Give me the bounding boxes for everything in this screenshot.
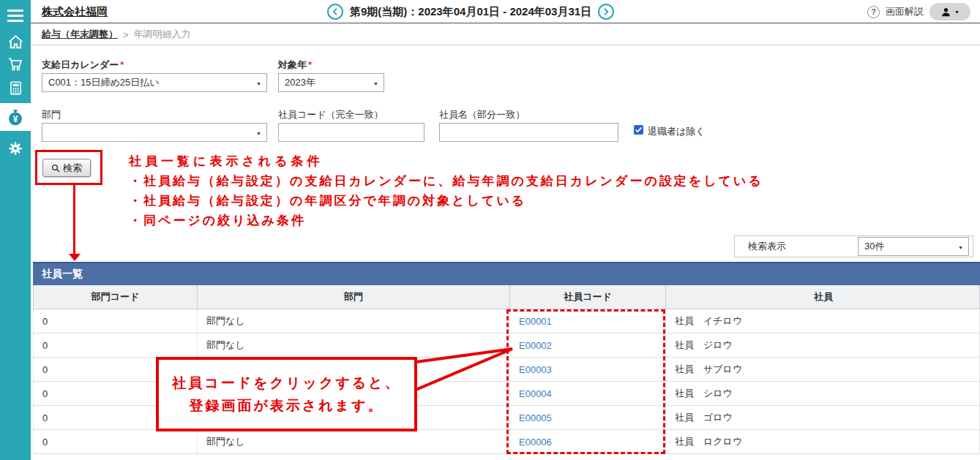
menu-icon[interactable] bbox=[0, 4, 31, 26]
dept-cell: 部門なし bbox=[197, 333, 509, 357]
user-icon bbox=[940, 7, 951, 18]
employee-code-link[interactable]: E00001 bbox=[519, 316, 552, 327]
department-label: 部門 bbox=[42, 108, 61, 121]
employee-table-title: 社員一覧 bbox=[33, 262, 980, 285]
department-select[interactable]: ▼ bbox=[42, 123, 267, 142]
dept-code-cell: 0 bbox=[34, 430, 197, 453]
search-icon bbox=[51, 164, 60, 173]
dept-cell: 部門なし bbox=[197, 309, 509, 333]
fiscal-period-nav: 第9期(当期)：2023年04月01日 - 2024年03月31日 bbox=[327, 0, 614, 23]
search-button[interactable]: 検索 bbox=[42, 159, 91, 177]
display-count-box: 検索表示 30件▼ bbox=[734, 235, 973, 257]
exclude-retired-checkbox[interactable] bbox=[634, 125, 643, 135]
annotation-conditions-title: 社員一覧に表示される条件 bbox=[129, 151, 763, 171]
employee-name-input[interactable] bbox=[439, 123, 618, 142]
target-year-label: 対象年* bbox=[278, 59, 312, 72]
employee-code-link[interactable]: E00002 bbox=[519, 340, 552, 351]
employee-name-cell: 社員 イチロウ bbox=[665, 309, 980, 333]
employee-code-link[interactable]: E00004 bbox=[519, 388, 552, 399]
annotation-arrow-head bbox=[69, 254, 81, 261]
breadcrumb-separator: > bbox=[123, 29, 129, 40]
user-menu-button[interactable]: ▼ bbox=[929, 3, 970, 20]
app-screen: ¥ 株式会社福岡 第9期(当期)：2023年04月01日 - 202 bbox=[0, 0, 980, 460]
annotation-callout-line: 登録画面が表示されます。 bbox=[189, 394, 384, 417]
sidebar: ¥ bbox=[0, 0, 31, 460]
annotation-callout-line: 社員コードをクリックすると、 bbox=[172, 372, 400, 394]
employee-code-link[interactable]: E00005 bbox=[519, 412, 552, 423]
annotation-condition-item: ・社員給与（給与設定）の年調区分で年調の対象としている bbox=[129, 191, 763, 211]
employee-name-cell: 社員 ジロウ bbox=[665, 333, 980, 357]
home-icon[interactable] bbox=[0, 31, 31, 53]
display-count-select[interactable]: 30件▼ bbox=[858, 237, 969, 256]
company-name-link[interactable]: 株式会社福岡 bbox=[42, 5, 108, 19]
breadcrumb-parent-link[interactable]: 給与（年末調整） bbox=[42, 28, 118, 41]
employee-code-label: 社員コード（完全一致） bbox=[278, 108, 384, 121]
help-label[interactable]: 画面解説 bbox=[886, 5, 924, 18]
breadcrumb: 給与（年末調整） > 年調明細入力 bbox=[31, 24, 980, 45]
target-year-select[interactable]: 2023年▼ bbox=[278, 73, 384, 92]
employee-code-link[interactable]: E00006 bbox=[519, 437, 552, 448]
svg-text:¥: ¥ bbox=[13, 114, 18, 124]
top-bar: 株式会社福岡 第9期(当期)：2023年04月01日 - 2024年03月31日… bbox=[31, 0, 980, 23]
dept-cell: 部門なし bbox=[197, 430, 509, 453]
employee-name-cell: 社員 サブロウ bbox=[665, 358, 980, 381]
column-header-emp-code: 社員コード bbox=[509, 285, 665, 309]
payday-calendar-label: 支給日カレンダー* bbox=[42, 59, 124, 72]
employee-code-input[interactable] bbox=[278, 123, 424, 142]
chevron-down-icon: ▼ bbox=[954, 10, 960, 15]
employee-table-header: 部門コード 部門 社員コード 社員 bbox=[33, 285, 980, 309]
column-header-dept-code: 部門コード bbox=[34, 285, 197, 309]
calculator-icon[interactable] bbox=[0, 77, 31, 99]
dept-code-cell: 0 bbox=[34, 333, 197, 357]
help-question-icon[interactable]: ? bbox=[867, 6, 880, 18]
annotation-arrow-line bbox=[73, 185, 75, 254]
table-row: 0 部門なし E00001 社員 イチロウ bbox=[33, 309, 980, 333]
settings-gear-icon[interactable] bbox=[0, 137, 31, 159]
annotation-callout: 社員コードをクリックすると、 登録画面が表示されます。 bbox=[156, 357, 417, 431]
table-row: 0 部門なし E00002 社員 ジロウ bbox=[33, 333, 980, 358]
breadcrumb-current: 年調明細入力 bbox=[134, 28, 191, 41]
column-header-dept: 部門 bbox=[197, 285, 509, 309]
employee-name-cell: 社員 シロウ bbox=[665, 382, 980, 405]
header-right-area: ? 画面解説 ▼ bbox=[867, 0, 970, 23]
employee-code-link[interactable]: E00003 bbox=[519, 364, 552, 375]
display-count-label: 検索表示 bbox=[748, 240, 786, 253]
column-header-emp: 社員 bbox=[665, 285, 980, 309]
fiscal-period-label: 第9期(当期)：2023年04月01日 - 2024年03月31日 bbox=[350, 5, 591, 19]
annotation-condition-item: ・社員給与（給与設定）の支給日カレンダーに、給与年調の支給日カレンダーの設定をし… bbox=[129, 171, 763, 191]
dept-code-cell: 0 bbox=[34, 309, 197, 333]
employee-name-cell: 社員 ゴロウ bbox=[665, 406, 980, 429]
exclude-retired-label: 退職者は除く bbox=[648, 125, 706, 138]
cart-icon[interactable] bbox=[0, 53, 31, 75]
table-row: 0 部門なし E00006 社員 ロクロウ bbox=[33, 430, 980, 454]
previous-period-button[interactable] bbox=[327, 4, 343, 20]
employee-name-label: 社員名（部分一致） bbox=[439, 108, 525, 121]
annotation-conditions: 社員一覧に表示される条件 ・社員給与（給与設定）の支給日カレンダーに、給与年調の… bbox=[129, 151, 763, 230]
payroll-moneybag-icon[interactable]: ¥ bbox=[0, 103, 31, 131]
next-period-button[interactable] bbox=[598, 4, 614, 20]
payday-calendar-select[interactable]: C001：15日締め25日払い▼ bbox=[42, 73, 267, 92]
annotation-condition-item: ・同ページの絞り込み条件 bbox=[129, 211, 763, 230]
employee-name-cell: 社員 ロクロウ bbox=[665, 430, 980, 453]
